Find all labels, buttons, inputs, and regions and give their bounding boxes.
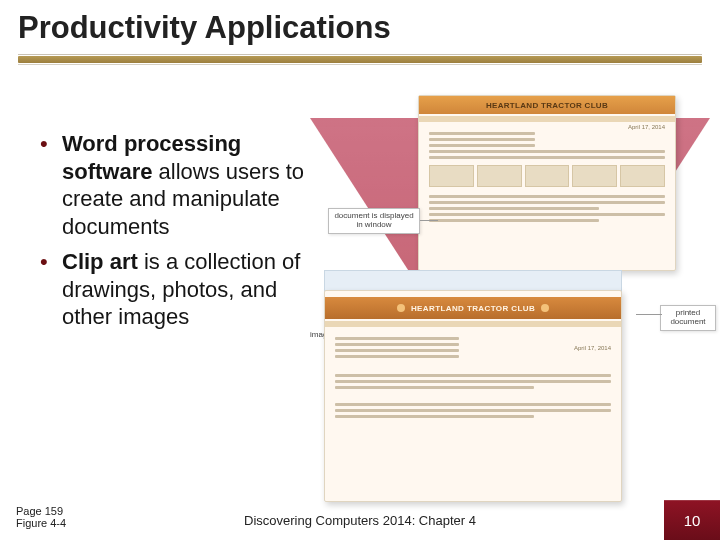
slide-number: 10 — [684, 512, 701, 529]
figure-area: HEARTLAND TRACTOR CLUB April 17, 2014 — [330, 100, 720, 494]
doc-date: April 17, 2014 — [628, 124, 665, 130]
doc-banner-text: HEARTLAND TRACTOR CLUB — [411, 304, 535, 313]
slide: Productivity Applications Word processin… — [0, 0, 720, 540]
footer-center-text: Discovering Computers 2014: Chapter 4 — [0, 513, 720, 528]
app-titlebar — [324, 270, 622, 292]
slide-footer: Page 159 Figure 4-4 Discovering Computer… — [0, 494, 720, 540]
bullet-item: Word processing software allows users to… — [40, 130, 324, 240]
slide-title: Productivity Applications — [18, 10, 702, 46]
onscreen-document-card: HEARTLAND TRACTOR CLUB April 17, 2014 — [324, 290, 622, 502]
bullet-bold: Clip art — [62, 249, 138, 274]
callout-leader — [636, 314, 662, 315]
callout-leader — [420, 220, 438, 221]
doc-date: April 17, 2014 — [574, 345, 611, 351]
tractor-icon — [541, 304, 549, 312]
callout-window: document is displayed in window — [328, 208, 420, 234]
title-area: Productivity Applications — [0, 0, 720, 65]
doc-banner: HEARTLAND TRACTOR CLUB — [325, 297, 621, 319]
bullet-list: Word processing software allows users to… — [0, 100, 330, 494]
bullet-item: Clip art is a collection of drawings, ph… — [40, 248, 324, 331]
doc-header-band: HEARTLAND TRACTOR CLUB — [419, 96, 675, 114]
title-divider — [18, 54, 702, 65]
tractor-icon — [397, 304, 405, 312]
slide-number-badge: 10 — [664, 500, 720, 540]
printed-document-card: HEARTLAND TRACTOR CLUB April 17, 2014 — [418, 95, 676, 271]
slide-body: Word processing software allows users to… — [0, 100, 720, 494]
callout-printed: printed document — [660, 305, 716, 331]
